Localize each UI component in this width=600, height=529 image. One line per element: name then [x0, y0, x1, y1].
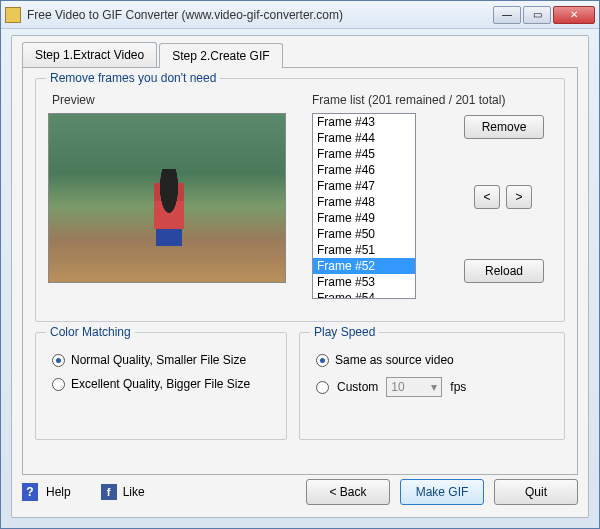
frame-item[interactable]: Frame #49 [313, 210, 415, 226]
facebook-icon[interactable]: f [101, 484, 117, 500]
radio-excellent-label: Excellent Quality, Bigger File Size [71, 377, 250, 391]
radio-custom-label: Custom [337, 380, 378, 394]
frame-item[interactable]: Frame #46 [313, 162, 415, 178]
make-gif-button[interactable]: Make GIF [400, 479, 484, 505]
minimize-button[interactable]: — [493, 6, 521, 24]
remove-button[interactable]: Remove [464, 115, 544, 139]
fps-select[interactable]: 10 ▾ [386, 377, 442, 397]
preview-image [48, 113, 286, 283]
tab-step1[interactable]: Step 1.Extract Video [22, 42, 157, 67]
frame-listbox[interactable]: Frame #43Frame #44Frame #45Frame #46Fram… [312, 113, 416, 299]
radio-custom-row[interactable]: Custom 10 ▾ fps [316, 377, 548, 397]
reload-button[interactable]: Reload [464, 259, 544, 283]
preview-pane: Preview [48, 89, 298, 309]
color-matching-title: Color Matching [46, 325, 135, 339]
maximize-button[interactable]: ▭ [523, 6, 551, 24]
titlebar: Free Video to GIF Converter (www.video-g… [1, 1, 599, 29]
radio-normal-row[interactable]: Normal Quality, Smaller File Size [52, 353, 270, 367]
remove-frames-title: Remove frames you don't need [46, 71, 220, 85]
tab-strip: Step 1.Extract Video Step 2.Create GIF [12, 36, 588, 67]
frame-item[interactable]: Frame #52 [313, 258, 415, 274]
frame-nav: < > [474, 185, 532, 209]
tab-panel-step2: Remove frames you don't need Preview Fra… [22, 67, 578, 475]
tab-step2[interactable]: Step 2.Create GIF [159, 43, 282, 68]
window-title: Free Video to GIF Converter (www.video-g… [27, 8, 493, 22]
client-area: Step 1.Extract Video Step 2.Create GIF R… [11, 35, 589, 518]
radio-same-label: Same as source video [335, 353, 454, 367]
play-speed-group: Play Speed Same as source video Custom 1… [299, 332, 565, 440]
window-controls: — ▭ ✕ [493, 6, 595, 24]
frame-list-label: Frame list (201 remained / 201 total) [312, 93, 552, 107]
frame-item[interactable]: Frame #54 [313, 290, 415, 299]
frame-item[interactable]: Frame #45 [313, 146, 415, 162]
prev-frame-button[interactable]: < [474, 185, 500, 209]
play-speed-title: Play Speed [310, 325, 379, 339]
frame-item[interactable]: Frame #47 [313, 178, 415, 194]
quit-button[interactable]: Quit [494, 479, 578, 505]
color-matching-group: Color Matching Normal Quality, Smaller F… [35, 332, 287, 440]
app-window: Free Video to GIF Converter (www.video-g… [0, 0, 600, 529]
back-button[interactable]: < Back [306, 479, 390, 505]
radio-excellent[interactable] [52, 378, 65, 391]
radio-normal-label: Normal Quality, Smaller File Size [71, 353, 246, 367]
radio-custom[interactable] [316, 381, 329, 394]
radio-excellent-row[interactable]: Excellent Quality, Bigger File Size [52, 377, 270, 391]
frame-item[interactable]: Frame #48 [313, 194, 415, 210]
chevron-down-icon: ▾ [431, 380, 437, 394]
footer: ? Help f Like < Back Make GIF Quit [22, 477, 578, 507]
frame-item[interactable]: Frame #50 [313, 226, 415, 242]
remove-frames-group: Remove frames you don't need Preview Fra… [35, 78, 565, 322]
frame-list-pane: Frame list (201 remained / 201 total) Fr… [308, 89, 552, 309]
next-frame-button[interactable]: > [506, 185, 532, 209]
frame-item[interactable]: Frame #43 [313, 114, 415, 130]
like-label[interactable]: Like [123, 485, 145, 499]
preview-label: Preview [52, 93, 298, 107]
radio-normal[interactable] [52, 354, 65, 367]
help-label[interactable]: Help [46, 485, 71, 499]
frame-item[interactable]: Frame #51 [313, 242, 415, 258]
fps-unit: fps [450, 380, 466, 394]
frame-item[interactable]: Frame #44 [313, 130, 415, 146]
help-icon[interactable]: ? [22, 483, 38, 501]
radio-same[interactable] [316, 354, 329, 367]
fps-value: 10 [391, 380, 404, 394]
radio-same-row[interactable]: Same as source video [316, 353, 548, 367]
app-icon [5, 7, 21, 23]
bottom-row: Color Matching Normal Quality, Smaller F… [35, 332, 565, 450]
frame-item[interactable]: Frame #53 [313, 274, 415, 290]
close-button[interactable]: ✕ [553, 6, 595, 24]
